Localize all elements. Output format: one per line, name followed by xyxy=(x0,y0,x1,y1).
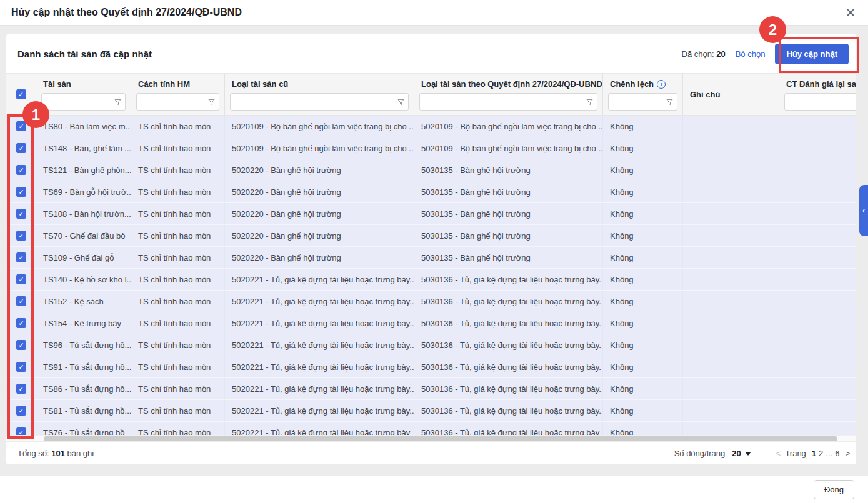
asset-list-card: Danh sách tài sản đã cập nhật Đã chọn: 2… xyxy=(6,34,856,464)
select-all-checkbox[interactable]: ✓ xyxy=(16,89,26,99)
table-row[interactable]: ✓TS70 - Ghế đai đầu bòTS chỉ tính hao mò… xyxy=(6,225,856,247)
row-checkbox[interactable]: ✓ xyxy=(16,362,26,372)
table-row[interactable]: ✓TS69 - Bàn gỗ hội trườ...TS chỉ tính ha… xyxy=(6,181,856,203)
cell-diff: Không xyxy=(603,181,683,202)
filter-funnel-icon[interactable] xyxy=(114,98,122,106)
table-row[interactable]: ✓TS86 - Tủ sắt đựng hồ...TS chỉ tính hao… xyxy=(6,378,856,400)
table-row[interactable]: ✓TS76 - Tủ sắt đựng hồTS chỉ tính hao mò… xyxy=(6,422,856,435)
row-checkbox[interactable]: ✓ xyxy=(16,274,26,284)
cell-ct xyxy=(779,400,856,421)
cell-old_type: 5020221 - Tủ, giá kệ đựng tài liệu hoặc … xyxy=(225,312,414,334)
row-checkbox[interactable]: ✓ xyxy=(16,252,26,262)
column-label-new_type: Loại tài sản theo Quyết định 27/2024/QĐ-… xyxy=(414,74,602,89)
horizontal-scrollbar-thumb[interactable] xyxy=(44,436,837,441)
side-panel-expand-handle[interactable]: ‹ xyxy=(859,185,868,236)
cell-ct xyxy=(779,116,856,137)
row-select-cell: ✓ xyxy=(6,334,36,356)
table-row[interactable]: ✓TS109 - Ghế đai gỗTS chỉ tính hao mòn50… xyxy=(6,247,856,269)
selected-count-text: Đã chọn: 20 xyxy=(682,49,726,59)
close-button[interactable]: Đóng xyxy=(814,480,854,499)
cell-new_type: 5030136 - Tủ, giá kệ đựng tài liệu hoặc … xyxy=(414,356,603,377)
cell-note xyxy=(683,203,779,224)
rows-per-page-label: Số dòng/trang xyxy=(674,449,726,458)
page-ellipsis: ... xyxy=(824,449,834,458)
next-page-button[interactable]: > xyxy=(845,449,850,458)
filter-input-ct[interactable] xyxy=(789,94,856,110)
cell-note xyxy=(683,422,779,435)
cell-asset: TS91 - Tủ sắt đựng hồ... xyxy=(36,356,131,377)
cell-asset: TS109 - Ghế đai gỗ xyxy=(36,247,131,268)
filter-input-old_type[interactable] xyxy=(234,94,397,110)
row-checkbox[interactable]: ✓ xyxy=(16,231,26,241)
filter-input-diff[interactable] xyxy=(612,94,666,110)
table-row[interactable]: ✓TS80 - Bàn làm việc m...TS chỉ tính hao… xyxy=(6,116,856,137)
table-row[interactable]: ✓TS91 - Tủ sắt đựng hồ...TS chỉ tính hao… xyxy=(6,356,856,378)
cell-note xyxy=(683,378,779,399)
cell-asset: TS76 - Tủ sắt đựng hồ xyxy=(36,422,131,435)
row-checkbox[interactable]: ✓ xyxy=(16,318,26,328)
horizontal-scrollbar[interactable] xyxy=(6,435,856,441)
cell-old_type: 5020221 - Tủ, giá kệ đựng tài liệu hoặc … xyxy=(225,334,414,356)
cell-diff: Không xyxy=(603,334,683,356)
page-number[interactable]: 2 xyxy=(817,449,824,458)
filter-input-method[interactable] xyxy=(141,94,207,110)
cell-old_type: 5020220 - Bàn ghế hội trường xyxy=(225,203,414,224)
row-checkbox[interactable]: ✓ xyxy=(16,296,26,306)
cell-method: TS chỉ tính hao mòn xyxy=(131,291,225,312)
cell-method: TS chỉ tính hao mòn xyxy=(131,312,225,334)
table-row[interactable]: ✓TS154 - Kệ trưng bàyTS chỉ tính hao mòn… xyxy=(6,312,856,334)
close-icon[interactable]: ✕ xyxy=(846,7,856,19)
table-row[interactable]: ✓TS81 - Tủ sắt đựng hồ...TS chỉ tính hao… xyxy=(6,400,856,422)
modal-titlebar: Hủy cập nhật theo Quyết định 27/2024/QĐ-… xyxy=(0,0,868,26)
table-row[interactable]: ✓TS121 - Bàn ghế phòn...TS chỉ tính hao … xyxy=(6,159,856,181)
cell-asset: TS80 - Bàn làm việc m... xyxy=(36,116,131,137)
asset-table: ✓Tài sản Cách tính HM Loại tài sản cũ Lo… xyxy=(6,73,856,441)
row-checkbox[interactable]: ✓ xyxy=(16,340,26,350)
column-filter-method xyxy=(131,89,224,115)
table-row[interactable]: ✓TS140 - Kệ hồ sơ kho l...TS chỉ tính ha… xyxy=(6,269,856,291)
filter-input-asset[interactable] xyxy=(46,94,114,110)
deselect-link[interactable]: Bỏ chọn xyxy=(736,49,766,59)
table-row[interactable]: ✓TS152 - Kệ sáchTS chỉ tính hao mòn50202… xyxy=(6,291,856,312)
table-row[interactable]: ✓TS96 - Tủ sắt đựng hồ...TS chỉ tính hao… xyxy=(6,334,856,356)
info-icon[interactable]: i xyxy=(657,80,666,89)
filter-funnel-icon[interactable] xyxy=(207,98,216,106)
table-row[interactable]: ✓TS108 - Bàn hội trườn...TS chỉ tính hao… xyxy=(6,203,856,225)
cell-old_type: 5020220 - Bàn ghế hội trường xyxy=(225,181,414,202)
cell-method: TS chỉ tính hao mòn xyxy=(131,137,225,159)
column-label-diff: Chênh lệchi xyxy=(603,74,682,89)
row-select-cell: ✓ xyxy=(6,225,36,246)
row-checkbox[interactable]: ✓ xyxy=(16,143,26,153)
rows-per-page-select[interactable]: 20 xyxy=(732,449,751,458)
cell-diff: Không xyxy=(603,159,683,181)
row-checkbox[interactable]: ✓ xyxy=(16,427,26,435)
filter-funnel-icon[interactable] xyxy=(397,98,405,106)
row-checkbox[interactable]: ✓ xyxy=(16,165,26,175)
page-number[interactable]: 6 xyxy=(834,449,841,458)
cell-note xyxy=(683,137,779,159)
cell-ct xyxy=(779,159,856,181)
cancel-update-button[interactable]: Hủy cập nhật xyxy=(775,44,849,64)
row-checkbox[interactable]: ✓ xyxy=(16,209,26,219)
row-checkbox[interactable]: ✓ xyxy=(16,406,26,416)
cell-note xyxy=(683,247,779,268)
cell-asset: TS121 - Bàn ghế phòn... xyxy=(36,159,131,181)
cell-asset: TS140 - Kệ hồ sơ kho l... xyxy=(36,269,131,290)
cell-asset: TS152 - Kệ sách xyxy=(36,291,131,312)
filter-funnel-icon[interactable] xyxy=(586,98,594,106)
page-number[interactable]: 1 xyxy=(811,449,817,458)
prev-page-button[interactable]: < xyxy=(776,449,781,458)
row-select-cell: ✓ xyxy=(6,137,36,159)
table-row[interactable]: ✓TS148 - Bàn, ghế làm ...TS chỉ tính hao… xyxy=(6,137,856,159)
row-checkbox[interactable]: ✓ xyxy=(16,384,26,394)
row-checkbox[interactable]: ✓ xyxy=(16,121,26,131)
cell-asset: TS96 - Tủ sắt đựng hồ... xyxy=(36,334,131,356)
card-header: Danh sách tài sản đã cập nhật Đã chọn: 2… xyxy=(6,34,856,73)
filter-input-new_type[interactable] xyxy=(424,94,586,110)
row-checkbox[interactable]: ✓ xyxy=(16,187,26,197)
cell-method: TS chỉ tính hao mòn xyxy=(131,378,225,399)
cell-old_type: 5020221 - Tủ, giá kệ đựng tài liệu hoặc … xyxy=(225,269,414,290)
header-actions: Đã chọn: 20 Bỏ chọn Hủy cập nhật xyxy=(682,44,849,64)
filter-funnel-icon[interactable] xyxy=(666,98,674,106)
row-select-cell: ✓ xyxy=(6,356,36,377)
